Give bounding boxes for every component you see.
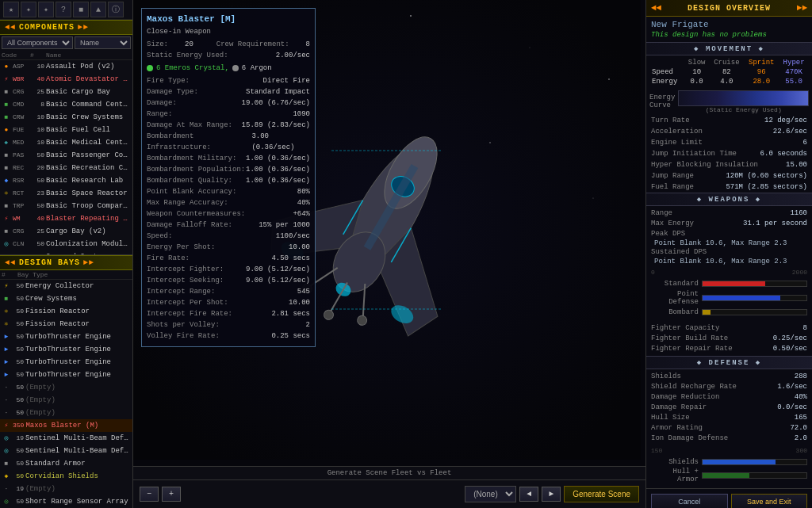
list-item[interactable]: ◎ 50 Short Range Sensor Array [0, 495, 132, 508]
overview-arrows-left: ◄◄ [651, 3, 661, 13]
generate-fleet-bar[interactable]: Generate Scene Fleet vs Fleet [133, 466, 645, 479]
left-bottom-controls: − + [140, 487, 181, 502]
list-item[interactable]: ⚡ WBR 40 Atomic Devastator [M] [0, 73, 132, 86]
tooltip-resource-1: 6 Emeros Crystal, 6 Argon [147, 63, 310, 74]
component-list[interactable]: ● ASP 10 Assault Pod (v2) ⚡ WBR 40 Atomi… [0, 60, 132, 254]
list-item[interactable]: ⚡ WM 40 Blaster Repeating Blaste [0, 212, 132, 225]
list-item[interactable]: ⚛ RCT 23 Basic Space Reactor [0, 187, 132, 200]
design-bays-header: ◄◄ DESIGN BAYS ►► [0, 255, 132, 270]
components-header: ◄◄ COMPONENTS ►► [0, 20, 132, 35]
list-item[interactable]: ✚ MED 10 Basic Medical Center [0, 136, 132, 149]
right-bottom-controls: (None) ◄ ► Generate Scene [465, 486, 639, 502]
tooltip-title: Maxos Blaster [M] [147, 13, 310, 25]
tooltip-static-energy: Static Energy Used: 2.00/sec [147, 50, 310, 61]
max-energy-row: Max Energy 31.1 per second [651, 219, 807, 229]
save-exit-button[interactable]: Save and Exit [731, 494, 808, 508]
bay-icon: ■ [2, 294, 11, 304]
shields-row: Shields 288 [651, 372, 807, 382]
standard-bar-container [702, 281, 807, 287]
fuel-range-row: Fuel Range 571M (2.85 sectors) [646, 181, 812, 193]
zoom-in-button[interactable]: + [162, 487, 181, 502]
bay-icon: ⚡ [2, 281, 11, 291]
standard-bar [703, 281, 765, 286]
list-item[interactable]: ◆ RSR 50 Basic Research Lab [0, 174, 132, 187]
comp-icon: ■ [2, 201, 11, 211]
none-dropdown[interactable]: (None) [465, 486, 516, 502]
list-item[interactable]: ◈ 50 Corvidian Shields [0, 470, 132, 483]
ion-damage-row: Ion Damage Defense 2.0 [651, 434, 807, 444]
list-item[interactable]: ■ PAS 50 Basic Passenger Compar [0, 149, 132, 162]
tooltip-bomb-pop: Bombardment Population: 1.00 (0.36/sec) [147, 164, 310, 175]
list-item[interactable]: ⚛ 50 Fission Reactor [0, 305, 132, 318]
zoom-out-button[interactable]: − [140, 487, 159, 502]
arrow-right-button[interactable]: ► [542, 487, 561, 502]
bay-list[interactable]: ⚡ 50 Energy Collector ■ 50 Crew Systems … [0, 280, 132, 508]
list-item[interactable]: ◎ 50 Sentinel Multi-Beam Defen [0, 445, 132, 457]
list-item[interactable]: ◎ 19 Sentinel Multi-Beam Defen [0, 432, 132, 445]
jump-range-row: Jump Range 120M (0.60 sectors) [646, 170, 812, 181]
hull-armor-bar-row: Hull + Armor [651, 468, 807, 483]
list-item[interactable]: ► 50 TurboThruster Engine [0, 356, 132, 369]
list-item[interactable]: ■ REC 20 Basic Recreation Center [0, 162, 132, 174]
comp-icon: ✚ [2, 138, 11, 147]
header-icon-square[interactable]: ■ [73, 2, 89, 17]
all-components-dropdown[interactable]: All Components [2, 36, 73, 49]
bottom-action-bar: − + (None) ◄ ► Generate Scene [133, 479, 645, 508]
cancel-button[interactable]: Cancel [651, 494, 728, 508]
weapon-bars: Standard Point Defense Bombard [646, 277, 812, 322]
bay-icon: ► [2, 332, 11, 342]
bay-icon: ◎ [2, 446, 11, 456]
list-item[interactable]: ⚛ 50 Fission Reactor [0, 318, 132, 330]
header-icon-help[interactable]: ? [56, 2, 71, 17]
header-icon-info[interactable]: ⓘ [108, 2, 124, 17]
no-problems-status: This design has no problems [646, 30, 812, 42]
tooltip-fire-type: Fire Type: Direct Fire [147, 75, 310, 86]
tooltip-shots-volley: Shots per Volley: 2 [147, 319, 310, 330]
arrow-left-button[interactable]: ◄ [519, 487, 538, 502]
peak-dps-row: Peak DPS [651, 229, 807, 239]
list-item[interactable]: · 50 (Empty) [0, 394, 132, 407]
header-icon-star[interactable]: ★ [3, 2, 19, 17]
list-item[interactable]: · 50 (Empty) [0, 381, 132, 394]
list-item[interactable]: ► 50 TurboThruster Engine [0, 330, 132, 343]
tooltip-intercept-per-shot: Intercept Per Shot: 10.00 [147, 297, 310, 308]
list-item[interactable]: · 50 (Empty) [0, 407, 132, 419]
comp-icon: ■ [2, 227, 11, 236]
shield-recharge-row: Shield Recharge Rate 1.6/sec [651, 382, 807, 392]
sustained-dps-value: Point Blank 10.6, Max Range 2.3 [651, 258, 807, 265]
comp-icon: ■ [2, 151, 11, 160]
list-item[interactable]: ⚡ 350 Maxos Blaster (M) [0, 419, 132, 432]
list-item[interactable]: ⚡ 50 Energy Collector [0, 280, 132, 292]
bay-icon: ► [2, 345, 11, 354]
overview-title: DESIGN OVERVIEW [688, 4, 771, 13]
list-item[interactable]: ● ASP 10 Assault Pod (v2) [0, 60, 132, 73]
list-item[interactable]: ◎ CLN 50 Colonization Module (v2) [0, 238, 132, 250]
tooltip-bomb-mil: Bombardment Military: 1.00 (0.36/sec) [147, 153, 310, 164]
header-icon-triangle[interactable]: ▲ [90, 2, 106, 17]
comp-icon: ⚡ [2, 214, 11, 223]
range-row: Range 1160 [651, 208, 807, 219]
name-filter-dropdown[interactable]: Name [75, 36, 131, 49]
list-item[interactable]: ► 50 TurboThruster Engine [0, 343, 132, 356]
list-item[interactable]: ■ CRW 10 Basic Crew Systems [0, 111, 132, 124]
header-icon-diamond1[interactable]: ✦ [21, 2, 36, 17]
tooltip-energy-shot: Energy Per Shot: 10.00 [147, 242, 310, 253]
list-item[interactable]: ■ CRG 25 Basic Cargo Bay [0, 86, 132, 98]
list-item[interactable]: ■ 50 Crew Systems [0, 292, 132, 305]
bays-col-header: # Bay Type [0, 270, 132, 280]
list-item[interactable]: ■ TRP 50 Basic Troop Compartme [0, 200, 132, 212]
bombard-bar [703, 310, 710, 315]
list-item[interactable]: ► 50 TurboThruster Engine [0, 369, 132, 381]
armor-rating-row: Armor Rating 72.0 [651, 423, 807, 434]
right-bottom-buttons: Cancel Save and Exit [646, 488, 812, 508]
header-icon-diamond2[interactable]: ✦ [38, 2, 54, 17]
gem-green-icon [147, 65, 153, 71]
list-item[interactable]: · 19 (Empty) [0, 483, 132, 495]
list-item[interactable]: ■ 50 Standard Armor [0, 457, 132, 470]
generate-scene-button[interactable]: Generate Scene [564, 486, 639, 502]
list-item[interactable]: ■ CMD 8 Basic Command Center [0, 98, 132, 111]
list-item[interactable]: ■ CRG 25 Cargo Bay (v2) [0, 225, 132, 238]
weapons-detail: Range 1160 Max Energy 31.1 per second Pe… [646, 206, 812, 268]
comp-icon: ⚡ [2, 74, 11, 84]
list-item[interactable]: ● FUE 10 Basic Fuel Cell [0, 124, 132, 136]
